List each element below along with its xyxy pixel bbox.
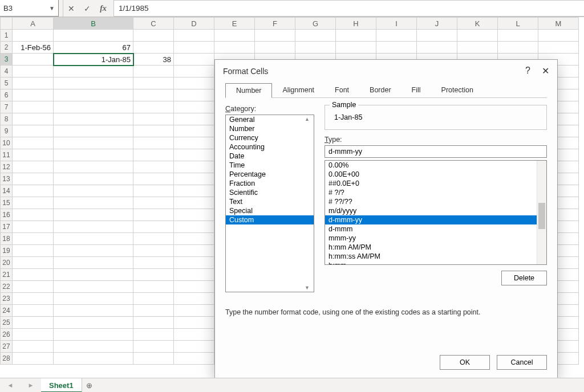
cell-D14[interactable]: [174, 185, 214, 197]
column-header-B[interactable]: B: [54, 18, 133, 30]
column-header-D[interactable]: D: [174, 18, 214, 30]
row-header-1[interactable]: 1: [1, 30, 13, 42]
type-item[interactable]: h:mm AM/PM: [325, 243, 546, 252]
type-item[interactable]: # ??/??: [325, 197, 546, 206]
type-item[interactable]: d-mmm: [325, 224, 546, 234]
cell-E2[interactable]: [214, 42, 255, 54]
row-header-6[interactable]: 6: [1, 89, 13, 101]
formula-input[interactable]: 1/1/1985: [119, 4, 579, 13]
type-input[interactable]: [325, 145, 547, 158]
row-header-24[interactable]: 24: [1, 305, 13, 317]
row-header-15[interactable]: 15: [1, 197, 13, 209]
row-header-13[interactable]: 13: [1, 173, 13, 185]
cell-A16[interactable]: [13, 209, 54, 221]
type-item[interactable]: ##0.0E+0: [325, 179, 546, 188]
cell-C3[interactable]: 38: [133, 54, 174, 66]
cell-A8[interactable]: [13, 113, 54, 125]
cell-D25[interactable]: [174, 317, 214, 329]
cell-B2[interactable]: 67: [54, 42, 133, 54]
cell-B12[interactable]: [54, 161, 133, 173]
cell-J1[interactable]: [417, 30, 457, 42]
insert-function-icon[interactable]: fx: [95, 4, 111, 13]
category-item-scientific[interactable]: Scientific: [226, 188, 314, 197]
cell-D17[interactable]: [174, 221, 214, 233]
column-header-C[interactable]: C: [133, 18, 174, 30]
cell-K1[interactable]: [457, 30, 498, 42]
type-item[interactable]: # ?/?: [325, 188, 546, 197]
row-header-16[interactable]: 16: [1, 209, 13, 221]
cell-D28[interactable]: [174, 353, 214, 365]
row-header-27[interactable]: 27: [1, 341, 13, 353]
cell-B16[interactable]: [54, 209, 133, 221]
column-header-H[interactable]: H: [336, 18, 376, 30]
cell-H2[interactable]: [336, 42, 376, 54]
cell-B18[interactable]: [54, 233, 133, 245]
cell-C17[interactable]: [133, 221, 174, 233]
cell-F2[interactable]: [255, 42, 295, 54]
cell-B19[interactable]: [54, 245, 133, 257]
cell-B10[interactable]: [54, 137, 133, 149]
column-header-E[interactable]: E: [214, 18, 255, 30]
cell-C10[interactable]: [133, 137, 174, 149]
cell-B3[interactable]: 1-Jan-85: [54, 54, 133, 66]
row-header-25[interactable]: 25: [1, 317, 13, 329]
cell-A9[interactable]: [13, 125, 54, 137]
cell-B20[interactable]: [54, 257, 133, 269]
row-header-11[interactable]: 11: [1, 149, 13, 161]
cell-A23[interactable]: [13, 293, 54, 305]
cell-B21[interactable]: [54, 269, 133, 281]
cell-D20[interactable]: [174, 257, 214, 269]
cell-A12[interactable]: [13, 161, 54, 173]
row-header-10[interactable]: 10: [1, 137, 13, 149]
column-header-L[interactable]: L: [498, 18, 538, 30]
cell-D6[interactable]: [174, 89, 214, 101]
column-header-I[interactable]: I: [376, 18, 417, 30]
cell-A7[interactable]: [13, 101, 54, 113]
cell-C7[interactable]: [133, 101, 174, 113]
scrollbar[interactable]: [537, 161, 546, 264]
cell-C23[interactable]: [133, 293, 174, 305]
cell-D23[interactable]: [174, 293, 214, 305]
row-header-9[interactable]: 9: [1, 125, 13, 137]
cell-A5[interactable]: [13, 77, 54, 89]
cell-D13[interactable]: [174, 173, 214, 185]
type-item[interactable]: d-mmm-yy: [325, 215, 546, 224]
cell-M1[interactable]: [538, 30, 579, 42]
cell-C15[interactable]: [133, 197, 174, 209]
add-sheet-icon[interactable]: ⊕: [82, 381, 97, 390]
cell-A18[interactable]: [13, 233, 54, 245]
cell-A3[interactable]: [13, 54, 54, 66]
cell-D11[interactable]: [174, 149, 214, 161]
cell-A2[interactable]: 1-Feb-56: [13, 42, 54, 54]
cell-D8[interactable]: [174, 113, 214, 125]
cell-L1[interactable]: [498, 30, 538, 42]
cell-C1[interactable]: [133, 30, 174, 42]
cell-B7[interactable]: [54, 101, 133, 113]
cell-D9[interactable]: [174, 125, 214, 137]
cell-B17[interactable]: [54, 221, 133, 233]
help-icon[interactable]: ?: [525, 66, 530, 76]
cell-B6[interactable]: [54, 89, 133, 101]
category-item-fraction[interactable]: Fraction: [226, 179, 314, 188]
cell-B26[interactable]: [54, 329, 133, 341]
column-header-G[interactable]: G: [295, 18, 336, 30]
cell-K2[interactable]: [457, 42, 498, 54]
dialog-tab-alignment[interactable]: Alignment: [272, 83, 325, 97]
column-header-J[interactable]: J: [417, 18, 457, 30]
cell-A20[interactable]: [13, 257, 54, 269]
cell-A10[interactable]: [13, 137, 54, 149]
cell-C26[interactable]: [133, 329, 174, 341]
cell-G1[interactable]: [295, 30, 336, 42]
cell-D3[interactable]: [174, 54, 214, 66]
category-item-special[interactable]: Special: [226, 206, 314, 215]
type-item[interactable]: m/d/yyyy: [325, 206, 546, 215]
cell-A28[interactable]: [13, 353, 54, 365]
row-header-28[interactable]: 28: [1, 353, 13, 365]
cell-C21[interactable]: [133, 269, 174, 281]
cell-F1[interactable]: [255, 30, 295, 42]
cell-A19[interactable]: [13, 245, 54, 257]
cell-D22[interactable]: [174, 281, 214, 293]
dialog-tab-number[interactable]: Number: [225, 83, 272, 98]
cell-C27[interactable]: [133, 341, 174, 353]
cell-A24[interactable]: [13, 305, 54, 317]
